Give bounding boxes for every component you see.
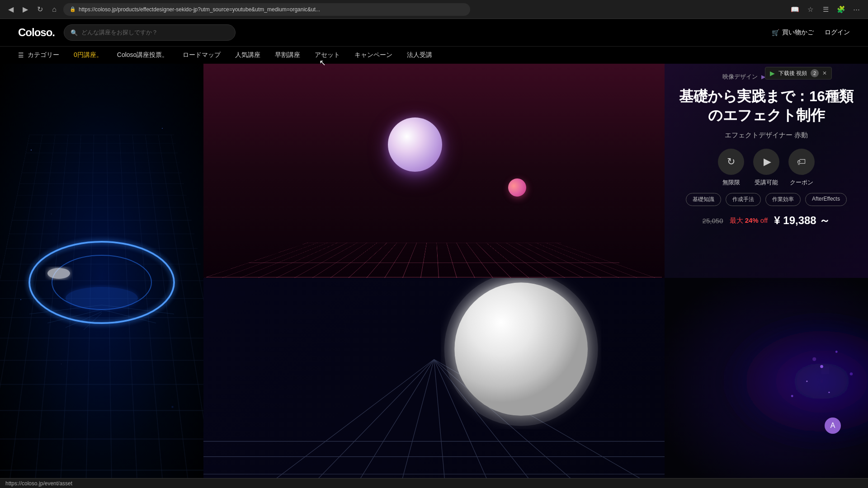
star-field <box>0 64 203 488</box>
action-buttons: ↻ 無限限 ▶ 受講可能 🏷 クーポン <box>718 149 815 187</box>
svg-line-16 <box>203 359 434 488</box>
right-top-grid-svg <box>203 278 665 488</box>
home-button[interactable]: ⌂ <box>49 4 60 15</box>
url-bar[interactable]: 🔒 https://coloso.jp/products/effectdesig… <box>63 3 470 16</box>
nav-item-sale[interactable]: 早割講座 <box>275 51 300 59</box>
status-url: https://coloso.jp/event/asset <box>5 480 72 487</box>
status-bar: https://coloso.jp/event/asset <box>0 478 868 488</box>
nav-item-campaign[interactable]: キャンペーン <box>354 51 392 59</box>
forward-button[interactable]: ▶ <box>20 4 31 15</box>
svg-line-18 <box>326 359 434 488</box>
unlimited-action-button[interactable]: ↻ 無限限 <box>718 149 744 187</box>
cart-label: 買い物かご <box>782 28 814 37</box>
panel-left-blue-ring <box>0 64 203 488</box>
svg-point-30 <box>806 380 807 382</box>
coupon-action-button[interactable]: 🏷 クーポン <box>788 149 815 187</box>
category-label: カテゴリー <box>28 51 59 59</box>
reader-mode-button[interactable]: 📖 <box>788 3 801 16</box>
download-page: 2 <box>811 69 819 77</box>
price-current: ¥ 19,388 ～ <box>774 213 830 228</box>
coupon-icon-circle: 🏷 <box>788 149 815 175</box>
unlimited-icon-circle: ↻ <box>718 149 744 175</box>
play-label: 受講可能 <box>755 178 778 187</box>
breadcrumb-category[interactable]: 映像デザイン <box>722 73 758 81</box>
svg-point-27 <box>689 307 868 455</box>
coupon-label: クーポン <box>790 178 813 187</box>
site-header: Coloso. 🔍 どんな講座をお探しですか？ 🛒 買い物かご ログイン ☰ カ… <box>0 19 868 64</box>
extensions-button[interactable]: 🧩 <box>835 3 847 16</box>
nav-item-popular[interactable]: 人気講座 <box>235 51 260 59</box>
tag-technique[interactable]: 作成手法 <box>726 193 761 206</box>
svg-point-29 <box>835 351 838 353</box>
download-close-icon[interactable]: ✕ <box>822 70 827 76</box>
hamburger-icon: ☰ <box>18 52 24 59</box>
nav-item-asset[interactable]: アセット ↖ <box>315 51 340 59</box>
price-discount-label: 最大 24% off <box>730 216 768 225</box>
nav-item-corporate[interactable]: 法人受講 <box>407 51 432 59</box>
tag-basics[interactable]: 基礎知識 <box>686 193 721 206</box>
site-nav: ☰ カテゴリー 0円講座。 Coloso講座投票。 ロードマップ 人気講座 早割… <box>0 47 868 64</box>
menu-toggle[interactable]: ☰ カテゴリー <box>18 51 59 59</box>
search-icon: 🔍 <box>71 29 78 36</box>
course-tags: 基礎知識 作成手法 作業効率 AfterEffects <box>686 193 847 206</box>
login-button[interactable]: ログイン <box>825 28 850 37</box>
svg-point-34 <box>812 357 816 361</box>
svg-line-19 <box>388 359 434 488</box>
course-title: 基礎から実践まで：16種類のエフェクト制作 <box>678 87 854 125</box>
collections-button[interactable]: ☰ <box>819 3 832 16</box>
download-widget: ▶ 下载後 視頻 2 ✕ <box>765 67 832 80</box>
back-button[interactable]: ◀ <box>5 4 16 15</box>
refresh-button[interactable]: ↻ <box>34 4 45 15</box>
header-right: 🛒 買い物かご ログイン <box>772 28 850 37</box>
panel-right-nebula <box>665 278 868 488</box>
search-bar[interactable]: 🔍 どんな講座をお探しですか？ <box>64 24 236 41</box>
nav-item-roadmap[interactable]: ロードマップ <box>183 51 221 59</box>
header-top: Coloso. 🔍 どんな講座をお探しですか？ 🛒 買い物かご ログイン <box>0 19 868 47</box>
browser-actions: 📖 ☆ ☰ 🧩 ⋯ <box>788 3 863 16</box>
browser-chrome: ◀ ▶ ↻ ⌂ 🔒 https://coloso.jp/products/eff… <box>0 0 868 19</box>
download-play-icon: ▶ <box>770 70 775 77</box>
nav-item-vote[interactable]: Coloso講座投票。 <box>117 51 169 59</box>
url-text: https://coloso.jp/products/effectdesigne… <box>79 6 320 13</box>
star-button[interactable]: ☆ <box>804 3 816 16</box>
price-section: 25,050 最大 24% off ¥ 19,388 ～ <box>703 213 830 228</box>
play-icon-circle: ▶ <box>753 149 779 175</box>
main-content: 映像デザイン ▶ アニメーション 基礎から実践まで：16種類のエフェクト制作 エ… <box>0 64 868 488</box>
play-icon: ▶ <box>764 156 771 168</box>
cart-button[interactable]: 🛒 買い物かご <box>772 28 814 37</box>
price-original: 25,050 <box>703 217 723 225</box>
panel-right-white-sphere <box>203 278 665 488</box>
panel-center-retro-sphere <box>203 64 665 278</box>
translate-icon: A <box>830 422 835 430</box>
translate-button[interactable]: A <box>825 418 841 434</box>
nav-item-free[interactable]: 0円講座。 <box>74 51 103 59</box>
coupon-icon: 🏷 <box>797 157 806 167</box>
discount-percent: 24% <box>745 216 759 224</box>
site-wrapper: Coloso. 🔍 どんな講座をお探しですか？ 🛒 買い物かご ログイン ☰ カ… <box>0 19 868 488</box>
nebula-svg <box>665 278 868 488</box>
svg-point-25 <box>454 282 588 416</box>
svg-point-32 <box>791 395 793 397</box>
lock-icon: 🔒 <box>70 6 76 12</box>
svg-point-28 <box>820 365 823 368</box>
svg-point-31 <box>850 372 853 375</box>
cart-icon: 🛒 <box>772 29 779 36</box>
download-label: 下载後 視頻 <box>778 70 807 77</box>
settings-button[interactable]: ⋯ <box>850 3 863 16</box>
unlimited-label: 無限限 <box>722 178 740 187</box>
tag-aftereffects[interactable]: AfterEffects <box>805 193 847 206</box>
course-author: エフェクトデザイナー 赤動 <box>725 131 808 140</box>
panel-center-course-info: 映像デザイン ▶ アニメーション 基礎から実践まで：16種類のエフェクト制作 エ… <box>665 64 868 278</box>
search-placeholder: どんな講座をお探しですか？ <box>81 28 158 37</box>
play-action-button[interactable]: ▶ 受講可能 <box>753 149 779 187</box>
svg-line-20 <box>434 359 449 488</box>
tag-efficiency[interactable]: 作業効率 <box>765 193 801 206</box>
svg-point-35 <box>822 367 828 373</box>
logo[interactable]: Coloso. <box>18 26 55 39</box>
refresh-icon: ↻ <box>727 156 735 168</box>
main-sphere <box>388 117 442 172</box>
svg-point-33 <box>828 392 830 393</box>
